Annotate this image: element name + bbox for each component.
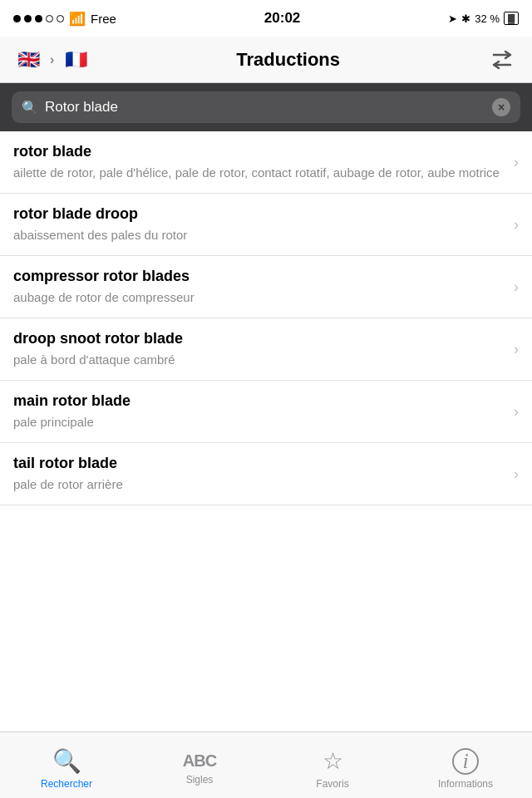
tab-informations[interactable]: i Informations xyxy=(399,732,532,798)
chevron-right-icon: › xyxy=(514,466,519,483)
table-row[interactable]: compressor rotor blades aubage de rotor … xyxy=(0,256,532,318)
table-row[interactable]: main rotor blade pale principale › xyxy=(0,381,532,443)
tab-sigles[interactable]: ABC Sigles xyxy=(133,732,266,798)
chevron-right-icon: › xyxy=(514,403,519,421)
table-row[interactable]: tail rotor blade pale de rotor arrière › xyxy=(0,443,532,505)
clear-button[interactable]: × xyxy=(492,98,510,116)
status-right: ➤ ✱ 32 % ▓ xyxy=(448,12,519,25)
result-translation: aubage de rotor de compresseur xyxy=(13,288,505,306)
result-content: droop snoot rotor blade pale à bord d'at… xyxy=(13,330,514,368)
result-content: main rotor blade pale principale xyxy=(13,392,514,431)
carrier-label: Free xyxy=(91,12,116,26)
result-translation: pale à bord d'attaque cambré xyxy=(13,351,505,368)
result-term: droop snoot rotor blade xyxy=(13,330,505,347)
chevron-right-icon: › xyxy=(514,154,519,171)
search-tab-icon: 🔍 xyxy=(52,747,81,775)
result-content: tail rotor blade pale de rotor arrière xyxy=(13,455,514,493)
search-icon: 🔍 xyxy=(22,100,38,116)
battery-icon: ▓ xyxy=(504,12,519,25)
search-input[interactable] xyxy=(45,99,485,116)
tab-favoris-label: Favoris xyxy=(316,778,348,790)
tab-favoris[interactable]: ☆ Favoris xyxy=(266,732,399,798)
result-term: compressor rotor blades xyxy=(13,268,505,285)
chevron-right-icon: › xyxy=(514,278,519,296)
time-label: 20:02 xyxy=(264,10,300,27)
signal-dot-2 xyxy=(24,15,32,22)
signal-dots xyxy=(13,15,64,22)
result-content: compressor rotor blades aubage de rotor … xyxy=(13,268,514,306)
status-bar: 📶 Free 20:02 ➤ ✱ 32 % ▓ xyxy=(0,0,532,37)
result-term: rotor blade xyxy=(13,143,505,160)
result-content: rotor blade ailette de rotor, pale d'hél… xyxy=(13,143,514,181)
tab-search-label: Rechercher xyxy=(41,778,92,790)
table-row[interactable]: droop snoot rotor blade pale à bord d'at… xyxy=(0,318,532,381)
result-translation: abaissement des pales du rotor xyxy=(13,226,505,244)
search-bar: 🔍 × xyxy=(0,83,532,131)
swap-button[interactable] xyxy=(485,43,519,76)
signal-dot-1 xyxy=(13,15,21,22)
table-row[interactable]: rotor blade droop abaissement des pales … xyxy=(0,194,532,256)
informations-tab-icon: i xyxy=(452,748,479,775)
result-translation: ailette de rotor, pale d'hélice, pale de… xyxy=(13,164,505,181)
table-row[interactable]: rotor blade ailette de rotor, pale d'hél… xyxy=(0,131,532,194)
result-term: main rotor blade xyxy=(13,392,505,410)
signal-dot-4 xyxy=(46,15,53,22)
flag-uk-icon: 🇬🇧 xyxy=(13,50,43,70)
nav-left: 🇬🇧 › 🇫🇷 xyxy=(13,50,91,70)
result-term: rotor blade droop xyxy=(13,205,505,223)
tab-informations-label: Informations xyxy=(438,778,493,790)
flag-fr-icon: 🇫🇷 xyxy=(61,50,91,70)
favoris-tab-icon: ☆ xyxy=(323,747,343,775)
status-left: 📶 Free xyxy=(13,11,116,27)
tab-bar: 🔍 Rechercher ABC Sigles ☆ Favoris i Info… xyxy=(0,732,532,798)
signal-dot-3 xyxy=(35,15,42,22)
chevron-right-icon: › xyxy=(514,216,519,234)
result-content: rotor blade droop abaissement des pales … xyxy=(13,205,514,244)
tab-sigles-label: Sigles xyxy=(186,774,214,786)
sigles-tab-icon: ABC xyxy=(183,751,216,771)
result-term: tail rotor blade xyxy=(13,455,505,472)
bluetooth-icon: ✱ xyxy=(461,12,470,25)
swap-icon xyxy=(489,48,515,71)
nav-title: Traductions xyxy=(236,49,340,71)
nav-bar: 🇬🇧 › 🇫🇷 Traductions xyxy=(0,37,532,83)
signal-dot-5 xyxy=(57,15,64,22)
result-translation: pale de rotor arrière xyxy=(13,475,505,493)
chevron-right-icon: › xyxy=(514,341,519,358)
results-list: rotor blade ailette de rotor, pale d'hél… xyxy=(0,131,532,572)
search-inner: 🔍 × xyxy=(12,91,520,123)
tab-search[interactable]: 🔍 Rechercher xyxy=(0,732,133,798)
battery-label: 32 % xyxy=(475,12,500,25)
arrow-right-icon: › xyxy=(50,52,54,67)
location-icon: ➤ xyxy=(448,12,457,25)
wifi-icon: 📶 xyxy=(69,11,86,27)
result-translation: pale principale xyxy=(13,413,505,431)
